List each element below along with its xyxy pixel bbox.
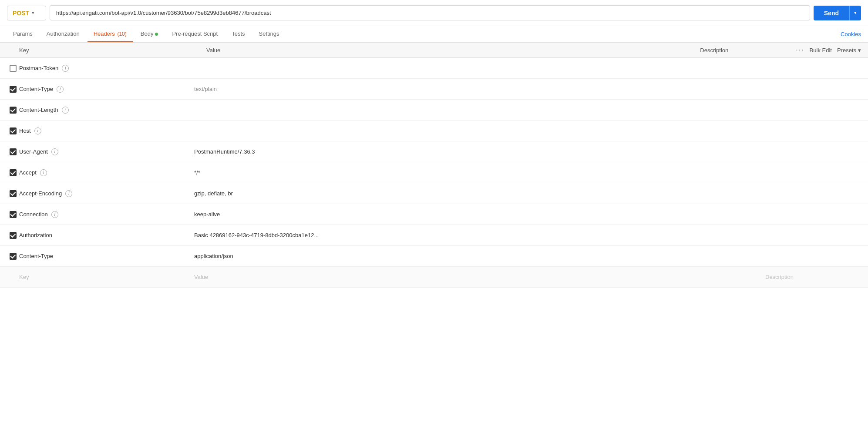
presets-button[interactable]: Presets ▾ (837, 47, 861, 54)
body-dot (155, 33, 158, 36)
tab-params[interactable]: Params (7, 26, 39, 42)
chevron-down-icon: ▾ (32, 10, 34, 16)
row-checkbox-4 (7, 148, 19, 155)
tab-pre-request[interactable]: Pre-request Script (166, 26, 224, 42)
row-key-4: User-Agent i (19, 148, 194, 155)
row-checkbox-0 (7, 65, 19, 72)
col-header-description: Description (700, 47, 796, 54)
info-icon-0[interactable]: i (62, 65, 69, 72)
checkbox-0[interactable] (10, 65, 17, 72)
method-label: POST (13, 10, 29, 17)
checkbox-1[interactable] (10, 86, 17, 93)
bulk-edit-button[interactable]: Bulk Edit (810, 47, 832, 54)
key-text-5: Accept (19, 169, 37, 176)
empty-key-cell: Key (19, 274, 194, 280)
checkbox-3[interactable] (10, 127, 17, 134)
table-body: Postman-Token i Content-Type i text/plai… (0, 58, 868, 267)
method-dropdown[interactable]: POST ▾ (7, 6, 46, 20)
info-icon-3[interactable]: i (34, 127, 41, 134)
row-checkbox-2 (7, 107, 19, 114)
info-icon-2[interactable]: i (62, 107, 69, 114)
row-checkbox-5 (7, 169, 19, 176)
info-icon-5[interactable]: i (40, 169, 47, 176)
key-text-1: Content-Type (19, 86, 53, 92)
row-checkbox-6 (7, 190, 19, 197)
row-key-3: Host i (19, 127, 194, 134)
row-key-8: Authorization (19, 232, 194, 238)
checkbox-6[interactable] (10, 190, 17, 197)
table-actions: ··· Bulk Edit Presets ▾ (796, 46, 861, 54)
key-text-0: Postman-Token (19, 65, 58, 71)
more-options-button[interactable]: ··· (796, 46, 804, 54)
row-key-7: Connection i (19, 211, 194, 218)
send-dropdown-button[interactable]: ▾ (849, 6, 861, 20)
row-value-8: Basic 42869162-943c-4719-8dbd-3200cba1e1… (194, 232, 765, 238)
tab-authorization[interactable]: Authorization (40, 26, 86, 42)
row-key-0: Postman-Token i (19, 65, 194, 72)
key-text-3: Host (19, 127, 31, 134)
send-button[interactable]: Send (814, 6, 849, 20)
empty-desc-cell: Description (765, 274, 861, 280)
key-text-7: Connection (19, 211, 48, 218)
send-button-group: Send ▾ (814, 6, 861, 20)
tab-headers[interactable]: Headers (10) (87, 26, 133, 42)
checkbox-2[interactable] (10, 107, 17, 114)
empty-row: Key Value Description (0, 267, 868, 288)
table-row: Content-Length i (0, 100, 868, 121)
tab-body[interactable]: Body (135, 26, 165, 42)
table-row: Accept-Encoding i gzip, deflate, br (0, 183, 868, 204)
col-header-key: Key (19, 47, 206, 54)
tab-tests[interactable]: Tests (225, 26, 251, 42)
table-row: Content-Type i text/plain (0, 79, 868, 100)
info-icon-7[interactable]: i (51, 211, 58, 218)
top-bar: POST ▾ Send ▾ (0, 0, 868, 26)
checkbox-4[interactable] (10, 148, 17, 155)
key-text-4: User-Agent (19, 148, 48, 155)
headers-table: Key Value Description ··· Bulk Edit Pres… (0, 43, 868, 288)
tab-settings[interactable]: Settings (253, 26, 286, 42)
table-row: Connection i keep-alive (0, 204, 868, 225)
key-text-8: Authorization (19, 232, 52, 238)
info-icon-4[interactable]: i (51, 148, 58, 155)
table-row: Host i (0, 121, 868, 141)
tabs-bar: Params Authorization Headers (10) Body P… (0, 26, 868, 43)
row-value-4: PostmanRuntime/7.36.3 (194, 148, 765, 155)
row-checkbox-1 (7, 86, 19, 93)
col-header-value: Value (206, 47, 700, 54)
empty-key-placeholder[interactable]: Key (19, 274, 29, 280)
key-text-6: Accept-Encoding (19, 190, 62, 197)
checkbox-8[interactable] (10, 232, 17, 239)
row-checkbox-9 (7, 253, 19, 260)
presets-chevron-icon: ▾ (858, 47, 861, 54)
checkbox-9[interactable] (10, 253, 17, 260)
empty-value-placeholder[interactable]: Value (194, 274, 208, 280)
row-checkbox-7 (7, 211, 19, 218)
row-value-9: application/json (194, 253, 765, 259)
row-checkbox-3 (7, 127, 19, 134)
row-value-1: text/plain (194, 86, 765, 92)
row-key-5: Accept i (19, 169, 194, 176)
row-key-6: Accept-Encoding i (19, 190, 194, 197)
row-key-9: Content-Type (19, 253, 194, 259)
checkbox-5[interactable] (10, 169, 17, 176)
key-text-2: Content-Length (19, 107, 58, 113)
key-text-9: Content-Type (19, 253, 53, 259)
headers-badge: (10) (117, 31, 126, 37)
table-row: User-Agent i PostmanRuntime/7.36.3 (0, 141, 868, 162)
table-row: Content-Type application/json (0, 246, 868, 267)
table-header-row: Key Value Description ··· Bulk Edit Pres… (0, 43, 868, 58)
info-icon-6[interactable]: i (65, 190, 72, 197)
url-input[interactable] (50, 5, 810, 20)
row-key-2: Content-Length i (19, 107, 194, 114)
table-row: Authorization Basic 42869162-943c-4719-8… (0, 225, 868, 246)
row-value-7: keep-alive (194, 211, 765, 218)
row-key-1: Content-Type i (19, 86, 194, 93)
cookies-link[interactable]: Cookies (841, 27, 861, 42)
table-row: Accept i */* (0, 162, 868, 183)
row-value-5: */* (194, 169, 765, 176)
empty-desc-placeholder[interactable]: Description (765, 274, 794, 280)
checkbox-7[interactable] (10, 211, 17, 218)
info-icon-1[interactable]: i (57, 86, 64, 93)
row-checkbox-8 (7, 232, 19, 239)
table-row: Postman-Token i (0, 58, 868, 79)
